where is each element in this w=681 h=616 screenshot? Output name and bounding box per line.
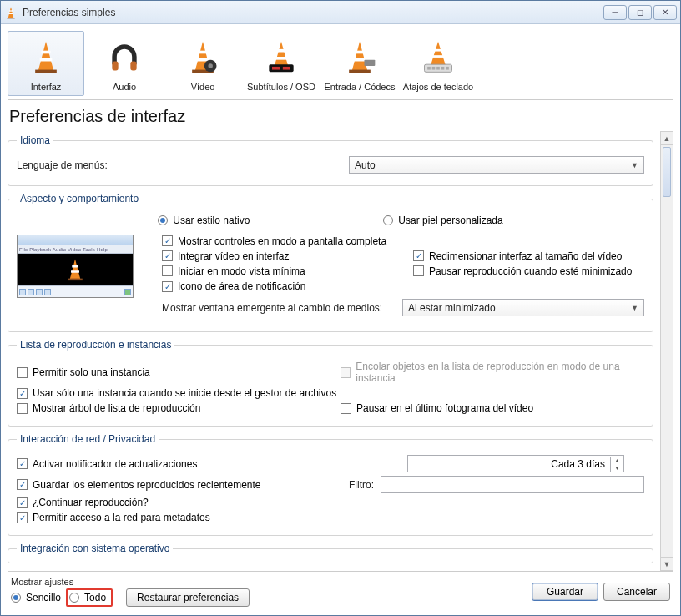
check-label: Mostrar árbol de lista de reproducción xyxy=(33,402,200,414)
svg-marker-22 xyxy=(352,42,367,71)
svg-rect-24 xyxy=(354,58,366,62)
scroll-down-icon[interactable]: ▼ xyxy=(661,557,673,570)
minimize-button[interactable]: ─ xyxy=(603,5,627,20)
menus-language-label: Lenguaje de menús: xyxy=(17,159,342,171)
check-resize-interface[interactable]: Redimensionar interfaz al tamaño del víd… xyxy=(413,250,644,262)
check-label: Integrar vídeo en interfaz xyxy=(178,250,289,262)
svg-marker-36 xyxy=(70,260,81,280)
radio-settings-all[interactable]: Todo xyxy=(69,592,106,603)
svg-rect-18 xyxy=(275,57,288,60)
section-legend: Idioma xyxy=(17,134,53,146)
svg-rect-23 xyxy=(356,51,365,54)
section-aspecto: Aspecto y comportamiento Usar estilo nat… xyxy=(8,193,653,332)
section-os-integration: Integración con sistema operativo xyxy=(8,543,653,563)
svg-rect-6 xyxy=(40,58,53,62)
check-one-instance[interactable]: Permitir solo una instancia xyxy=(17,366,320,378)
svg-rect-35 xyxy=(446,67,449,70)
svg-rect-25 xyxy=(349,70,371,73)
svg-rect-38 xyxy=(71,270,79,273)
filter-input[interactable] xyxy=(381,476,644,493)
update-frequency-spinner[interactable]: Cada 3 días ▲▼ xyxy=(407,455,624,472)
radio-icon xyxy=(11,593,21,603)
titlebar: Preferencias simples ─ ◻ ✕ xyxy=(1,1,680,24)
svg-rect-26 xyxy=(365,60,376,66)
svg-point-15 xyxy=(208,63,213,68)
check-save-recent[interactable]: Guardar los elementos reproducidos recie… xyxy=(17,479,342,491)
check-label: Pausar en el último fotograma del vídeo xyxy=(356,402,533,414)
tab-input-codecs[interactable]: Entrada / Códecs xyxy=(321,31,398,96)
close-button[interactable]: ✕ xyxy=(653,5,677,20)
window: Preferencias simples ─ ◻ ✕ Interfaz Audi… xyxy=(0,0,681,616)
interface-preview: File Playback Audio Video Tools Help xyxy=(17,235,134,298)
cancel-button[interactable]: Cancelar xyxy=(603,583,670,601)
vertical-scrollbar[interactable]: ▲ ▼ xyxy=(660,131,673,571)
check-label: Permitir acceso a la red para metadatos xyxy=(33,512,210,523)
check-metadata-network[interactable]: Permitir acceso a la red para metadatos xyxy=(17,512,210,523)
filter-label: Filtro: xyxy=(349,479,374,491)
window-title: Preferencias simples xyxy=(23,7,603,18)
section-legend: Integración con sistema operativo xyxy=(17,543,173,554)
footer: Mostrar ajustes Sencillo Todo Restaurar … xyxy=(8,571,673,608)
svg-rect-5 xyxy=(42,51,51,54)
radio-label: Usar piel personalizada xyxy=(398,215,502,226)
section-legend: Aspecto y comportamiento xyxy=(17,193,142,204)
radio-custom-skin[interactable]: Usar piel personalizada xyxy=(383,215,502,226)
svg-rect-29 xyxy=(432,55,445,58)
maximize-button[interactable]: ◻ xyxy=(628,5,652,20)
radio-native-style[interactable]: Usar estilo nativo xyxy=(158,215,250,226)
check-label: Permitir solo una instancia xyxy=(33,366,150,378)
svg-marker-27 xyxy=(431,42,446,66)
spin-up-icon[interactable]: ▲ xyxy=(611,457,623,464)
film-cone-icon xyxy=(184,37,221,77)
tab-label: Vídeo xyxy=(191,82,215,92)
svg-rect-2 xyxy=(8,13,13,13)
app-icon xyxy=(4,6,18,19)
subtitles-icon xyxy=(263,37,300,77)
check-systray-icon[interactable]: Icono de área de notificación xyxy=(162,280,305,292)
tab-label: Audio xyxy=(113,82,136,92)
check-enqueue-items: Encolar objetos en la lista de reproducc… xyxy=(340,361,644,384)
radio-icon xyxy=(69,593,79,603)
check-label: Guardar los elementos reproducidos recie… xyxy=(33,479,260,491)
check-update-notifier[interactable]: Activar notificador de actualizaciones xyxy=(17,458,401,470)
radio-icon xyxy=(383,215,393,225)
check-embed-video[interactable]: Integrar vídeo en interfaz xyxy=(162,250,393,262)
svg-marker-0 xyxy=(8,7,14,18)
popup-media-change-select[interactable]: Al estar minimizado ▼ xyxy=(402,299,644,316)
spin-down-icon[interactable]: ▼ xyxy=(611,464,623,472)
reset-preferences-button[interactable]: Restaurar preferencias xyxy=(126,588,250,607)
radio-settings-simple[interactable]: Sencillo xyxy=(11,592,61,603)
check-pause-minimized[interactable]: Pausar reproducción cuando esté minimiza… xyxy=(413,265,644,277)
check-continue-playback[interactable]: ¿Continuar reproducción? xyxy=(17,497,149,508)
scrollbar-thumb[interactable] xyxy=(663,147,671,197)
tab-label: Interfaz xyxy=(31,82,62,92)
radio-icon xyxy=(158,215,168,225)
tab-audio[interactable]: Audio xyxy=(86,31,163,96)
check-pause-last-frame[interactable]: Pausar en el último fotograma del vídeo xyxy=(340,402,644,414)
svg-rect-8 xyxy=(112,62,118,71)
menus-language-select[interactable]: Auto ▼ xyxy=(349,156,644,174)
tab-hotkeys[interactable]: Atajos de teclado xyxy=(400,31,477,96)
tab-interface[interactable]: Interfaz xyxy=(8,31,84,96)
check-one-instance-filemanager[interactable]: Usar sólo una instancia cuando se inicie… xyxy=(17,387,336,399)
check-playlist-tree[interactable]: Mostrar árbol de lista de reproducción xyxy=(17,402,320,414)
svg-rect-3 xyxy=(7,18,14,18)
save-button[interactable]: Guardar xyxy=(532,583,598,601)
highlight-all-option: Todo xyxy=(66,588,113,607)
scroll-up-icon[interactable]: ▲ xyxy=(661,132,673,145)
category-tabs: Interfaz Audio Vídeo Subtítulos / OSD xyxy=(8,29,673,100)
tab-video[interactable]: Vídeo xyxy=(164,31,241,96)
check-fullscreen-controls[interactable]: Mostrar controles en modo a pantalla com… xyxy=(162,235,386,247)
section-idioma: Idioma Lenguaje de menús: Auto ▼ xyxy=(8,134,653,186)
svg-rect-34 xyxy=(441,67,445,70)
svg-rect-28 xyxy=(434,49,443,52)
section-network: Interacción de red / Privacidad Activar … xyxy=(8,433,653,536)
check-label: Pausar reproducción cuando esté minimiza… xyxy=(429,265,632,277)
tab-label: Subtítulos / OSD xyxy=(247,82,315,92)
chevron-down-icon: ▼ xyxy=(631,161,638,169)
update-frequency-value: Cada 3 días xyxy=(408,458,610,470)
radio-label: Sencillo xyxy=(26,592,61,603)
check-minimal-view[interactable]: Iniciar en modo vista mínima xyxy=(162,265,393,277)
tab-subtitles[interactable]: Subtítulos / OSD xyxy=(243,31,320,96)
svg-rect-9 xyxy=(130,62,136,71)
